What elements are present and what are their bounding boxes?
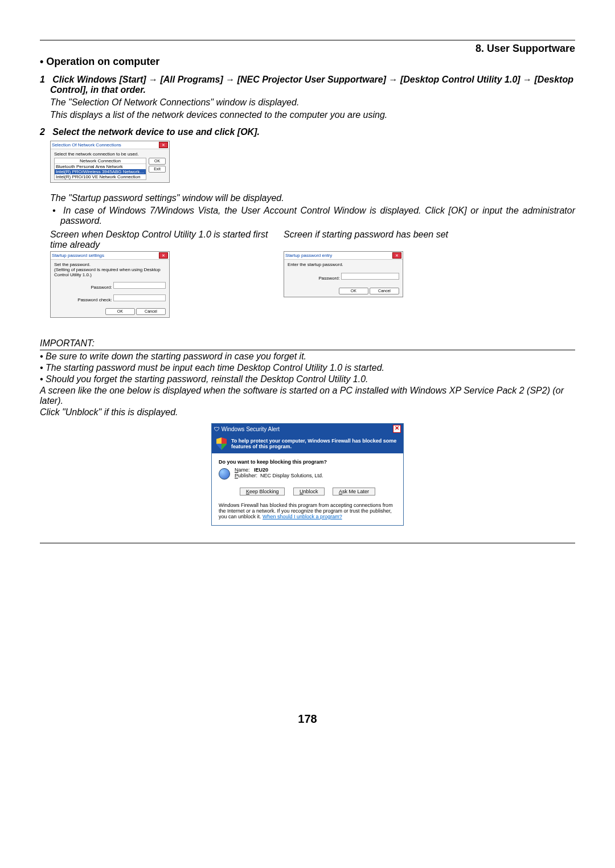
publisher-value: NEC Display Solutions, Ltd. [260, 473, 323, 478]
section-title: • Operation on computer [40, 56, 575, 68]
step-2-after: The "Startup password settings" window w… [50, 193, 575, 203]
alert-link[interactable]: When should I unblock a program? [263, 514, 342, 519]
step-1-d: [Desktop Control Utility 1.0] [400, 75, 520, 84]
password-input[interactable] [113, 282, 166, 289]
password-label: Password: [318, 276, 339, 281]
page-number: 178 [0, 713, 615, 726]
document-page: 8. User Supportware • Operation on compu… [0, 0, 615, 868]
step-1-b: [All Programs] [160, 75, 223, 84]
rule-top [40, 40, 575, 40]
unblock-line: Click "Unblock" if this is displayed. [40, 407, 575, 417]
dialog-prompt: Enter the startup password. [288, 262, 399, 267]
step-1: 1 Click Windows [Start] → [All Programs]… [50, 75, 575, 95]
caption-row: Screen when Desktop Control Utility 1.0 … [50, 230, 575, 250]
important-text: Should you forget the starting password,… [46, 374, 368, 384]
step-2-text: Select the network device to use and cli… [52, 127, 260, 137]
list-item[interactable]: Bluetooth Personal Area Network [55, 164, 146, 169]
dialog-titlebar: Startup password entry ✕ [284, 252, 403, 260]
step-1-note-2: This displays a list of the network devi… [50, 110, 575, 120]
ok-button[interactable]: OK [105, 308, 135, 315]
dialog-title: Startup password settings [52, 253, 104, 258]
ok-button[interactable]: OK [339, 288, 368, 294]
shield-icon [216, 437, 227, 450]
important-text: The starting password must be input each… [46, 363, 384, 372]
step-1-c: [NEC Projector User Supportware] [237, 75, 386, 84]
exit-button[interactable]: Exit [149, 166, 166, 173]
close-icon[interactable]: ✕ [392, 252, 401, 259]
dialog-title: Startup password entry [285, 253, 332, 258]
dialog-title: Windows Security Alert [222, 426, 280, 432]
caption-already-set: Screen if starting password has been set [284, 230, 523, 250]
close-icon[interactable]: ✕ [159, 252, 168, 259]
arrow-icon: → [149, 75, 160, 84]
dialog-line: Set the password. [54, 262, 166, 267]
program-name: IEU20 [254, 467, 268, 473]
password-check-label: Password check: [77, 297, 112, 302]
dialog-password-settings: Startup password settings ✕ Set the pass… [50, 251, 170, 318]
column-header: Network Connection [55, 158, 146, 164]
rule [40, 350, 575, 350]
dialog-password-entry: Startup password entry ✕ Enter the start… [284, 251, 403, 297]
arrow-icon: → [523, 75, 534, 84]
alert-question: Do you want to keep blocking this progra… [212, 453, 403, 467]
chapter-title: 8. User Supportware [40, 43, 575, 55]
ask-later-button[interactable]: Ask Me Later [333, 488, 375, 496]
ok-button[interactable]: OK [149, 158, 166, 165]
dialog-prompt: Select the network connection to be used… [54, 152, 166, 157]
dialog-network-selection: Selection Of Network Connections ✕ Selec… [50, 141, 170, 183]
alert-banner: To help protect your computer, Windows F… [212, 434, 403, 453]
note-uac: • In case of Windows 7/Windows Vista, th… [60, 206, 575, 226]
important-item: • Be sure to write down the starting pas… [47, 351, 575, 362]
close-icon[interactable]: ✕ [159, 142, 168, 148]
password-check-input[interactable] [113, 294, 166, 301]
cancel-button[interactable]: Cancel [370, 288, 399, 294]
caption-first-time: Screen when Desktop Control Utility 1.0 … [50, 230, 284, 250]
rule-bottom [40, 543, 575, 543]
unblock-button[interactable]: Unblock [293, 488, 325, 496]
important-text: Be sure to write down the starting passw… [46, 351, 306, 361]
alert-footer: Windows Firewall has blocked this progra… [212, 500, 403, 525]
list-item[interactable]: Intel(R) PRO/Wireless 3945ABG Network… [55, 169, 146, 174]
globe-icon [219, 468, 230, 480]
step-2: 2 Select the network device to use and c… [50, 127, 575, 137]
close-icon[interactable]: ✕ [393, 425, 401, 433]
password-input[interactable] [341, 273, 399, 280]
step-1-note-1: The "Selection Of Network Connections" w… [50, 97, 575, 108]
important-item: • Should you forget the starting passwor… [47, 374, 575, 384]
dialog-title: Selection Of Network Connections [52, 142, 121, 148]
arrow-icon: → [388, 75, 400, 84]
step-number: 2 [40, 127, 45, 137]
step-1-a: Click Windows [Start] [52, 75, 146, 84]
note-uac-text: In case of Windows 7/Windows Vista, the … [60, 206, 575, 226]
important-item: • The starting password must be input ea… [47, 363, 575, 373]
dialog-titlebar: Selection Of Network Connections ✕ [51, 141, 169, 149]
keep-blocking-button[interactable]: Keep Blocking [240, 488, 285, 496]
list-item[interactable]: Intel(R) PRO/100 VE Network Connection [55, 174, 146, 179]
alert-banner-text: To help protect your computer, Windows F… [231, 438, 399, 449]
cancel-button[interactable]: Cancel [136, 308, 166, 315]
sp2-paragraph: A screen like the one below is displayed… [40, 386, 575, 406]
dialog-titlebar: Startup password settings ✕ [51, 252, 169, 260]
important-heading: IMPORTANT: [40, 338, 575, 349]
dialog-security-alert: 🛡 Windows Security Alert ✕ To help prote… [211, 423, 404, 526]
arrow-icon: → [226, 75, 237, 84]
dialog-titlebar: 🛡 Windows Security Alert ✕ [212, 424, 403, 434]
dialog-line: (Setting of password is required when us… [54, 267, 166, 277]
alert-program-info: Name: IEU20 Publisher: NEC Display Solut… [212, 467, 403, 484]
step-number: 1 [40, 75, 45, 84]
password-label: Password: [91, 285, 112, 290]
